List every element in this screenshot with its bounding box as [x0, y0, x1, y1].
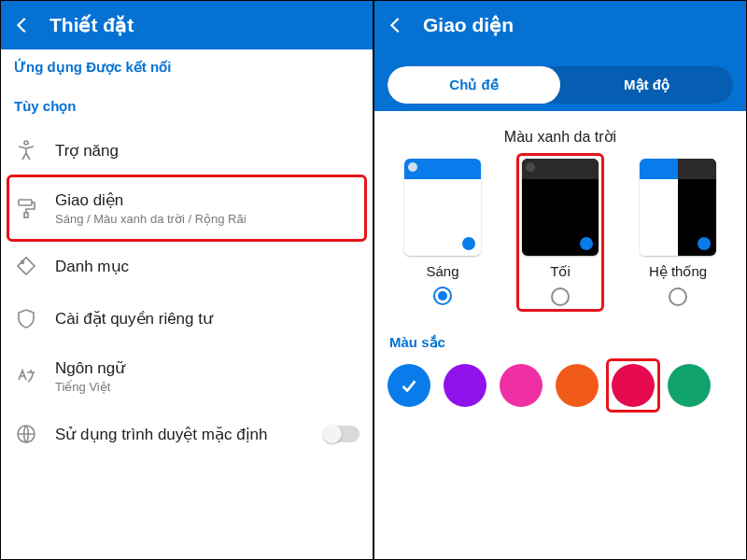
color-swatch-blue[interactable]: [388, 364, 430, 407]
svg-rect-2: [24, 213, 28, 217]
shield-icon: [14, 306, 38, 330]
theme-option-light[interactable]: Sáng: [391, 159, 494, 306]
color-swatch-purple[interactable]: [444, 364, 486, 407]
radio-selected[interactable]: [433, 287, 452, 305]
item-title: Giao diện: [55, 190, 247, 210]
color-swatch-pink[interactable]: [500, 364, 543, 407]
item-privacy[interactable]: Cài đặt quyền riêng tư: [1, 292, 373, 344]
item-default-browser[interactable]: Sử dụng trình duyệt mặc định: [1, 408, 373, 460]
theme-option-system[interactable]: Hệ thống: [627, 159, 729, 306]
theme-label: Tối: [550, 263, 571, 280]
dot-icon: [462, 237, 475, 250]
dot-icon: [698, 237, 711, 250]
language-icon: [14, 364, 38, 388]
toggle-switch[interactable]: [324, 426, 359, 442]
back-icon[interactable]: [12, 15, 33, 35]
header-title: Thiết đặt: [49, 14, 134, 36]
theme-options-row: Sáng Tối Hệ thống: [374, 159, 746, 312]
item-appearance[interactable]: Giao diện Sáng / Màu xanh da trời / Rộng…: [1, 176, 373, 240]
tab-density[interactable]: Mật độ: [560, 66, 733, 104]
header: Giao diện: [374, 1, 746, 49]
globe-icon: [14, 422, 38, 446]
highlight-box: [606, 358, 660, 413]
theme-thumb-light: [404, 159, 481, 256]
segmented-wrap: Chủ đề Mật độ: [374, 49, 746, 111]
dot-icon: [526, 162, 535, 172]
svg-point-0: [24, 141, 28, 145]
item-category[interactable]: Danh mục: [1, 240, 373, 292]
item-subtitle: Sáng / Màu xanh da trời / Rộng Rãi: [55, 212, 247, 226]
tab-theme[interactable]: Chủ đề: [388, 66, 560, 104]
item-title: Danh mục: [55, 257, 129, 276]
theme-thumb-dark: [522, 159, 599, 256]
section-linked-apps: Ứng dụng Được kết nối: [1, 49, 373, 76]
back-icon[interactable]: [386, 15, 406, 35]
current-theme-name: Màu xanh da trời: [374, 111, 746, 159]
settings-screen: Thiết đặt Ứng dụng Được kết nối Tùy chọn…: [0, 0, 374, 560]
check-icon: [399, 375, 419, 396]
item-title: Ngôn ngữ: [55, 358, 125, 378]
paint-roller-icon: [14, 196, 38, 220]
color-swatch-green[interactable]: [668, 364, 711, 407]
item-title: Cài đặt quyền riêng tư: [55, 309, 213, 329]
section-options: Tùy chọn: [1, 76, 373, 124]
color-swatch-magenta[interactable]: [612, 364, 655, 407]
svg-rect-1: [19, 200, 32, 205]
color-swatch-orange[interactable]: [556, 364, 599, 407]
dot-icon: [408, 162, 417, 172]
accessibility-icon: [14, 138, 38, 162]
theme-label: Sáng: [426, 263, 458, 279]
theme-thumb-system: [640, 159, 716, 256]
radio[interactable]: [669, 287, 687, 306]
radio[interactable]: [551, 287, 570, 306]
item-title: Sử dụng trình duyệt mặc định: [55, 425, 268, 444]
item-title: Trợ năng: [55, 141, 119, 161]
header: Thiết đặt: [1, 1, 373, 49]
theme-label: Hệ thống: [649, 263, 707, 280]
item-accessibility[interactable]: Trợ năng: [1, 124, 373, 176]
theme-option-dark[interactable]: Tối: [509, 159, 612, 306]
item-subtitle: Tiếng Việt: [55, 380, 125, 394]
color-section-label: Màu sắc: [374, 312, 746, 364]
color-swatch-row: [374, 364, 746, 422]
appearance-screen: Giao diện Chủ đề Mật độ Màu xanh da trời…: [374, 0, 747, 560]
dot-icon: [580, 237, 593, 250]
item-language[interactable]: Ngôn ngữ Tiếng Việt: [1, 344, 373, 408]
header-title: Giao diện: [423, 14, 514, 36]
tag-icon: [14, 254, 38, 278]
